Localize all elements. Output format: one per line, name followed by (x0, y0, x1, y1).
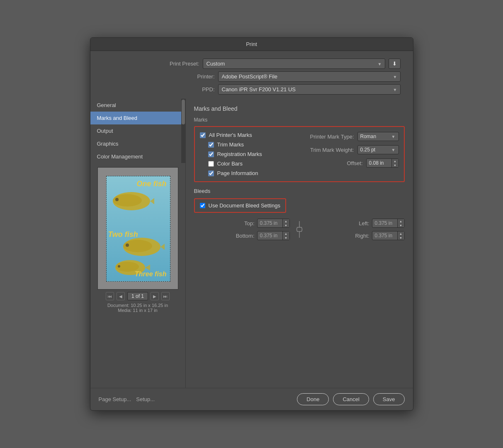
printer-mark-type-select-wrap: Roman J Mark Default ▼ (357, 132, 399, 141)
offset-label: Offset: (347, 160, 362, 166)
chain-link-svg (295, 219, 304, 240)
printer-mark-type-select[interactable]: Roman J Mark Default (357, 132, 399, 141)
sidebar: General Marks and Bleed Output Graphics … (90, 99, 186, 388)
registration-marks-checkbox[interactable] (208, 151, 214, 157)
svg-marker-5 (160, 241, 165, 253)
bleed-top-decrement-button[interactable]: ▼ (283, 223, 289, 227)
offset-input[interactable] (367, 159, 391, 167)
sidebar-item-marks-and-bleed[interactable]: Marks and Bleed (90, 112, 185, 124)
done-button[interactable]: Done (297, 393, 329, 405)
bleed-top-increment-button[interactable]: ▲ (283, 219, 289, 223)
bleed-right-decrement-button[interactable]: ▼ (398, 236, 404, 240)
sidebar-item-output[interactable]: Output (90, 124, 185, 137)
marks-right: Printer Mark Type: Roman J Mark Default … (308, 132, 399, 176)
bleed-bottom-row: Bottom: ▲ ▼ (194, 231, 290, 240)
trim-marks-row[interactable]: Trim Marks (208, 141, 295, 148)
bleed-top-spinners: ▲ ▼ (282, 219, 289, 227)
registration-marks-row[interactable]: Registration Marks (208, 151, 295, 157)
printer-row: Printer: Adobe PostScript® File ▼ (103, 71, 401, 82)
bleed-bottom-decrement-button[interactable]: ▼ (283, 236, 289, 240)
top-fields: Print Preset: Custom ▼ ⬇ Printer: Adobe … (90, 51, 413, 99)
sidebar-scrollbar[interactable] (181, 99, 185, 163)
bleed-left-increment-button[interactable]: ▲ (398, 219, 404, 223)
marks-and-bleed-section-title: Marks and Bleed (194, 105, 405, 112)
page-information-row[interactable]: Page Information (208, 170, 295, 176)
bleed-right-col: Left: ▲ ▼ Right: (309, 219, 405, 240)
setup-button[interactable]: Setup... (136, 396, 155, 402)
printer-mark-type-label: Printer Mark Type: (310, 134, 354, 140)
sidebar-item-graphics[interactable]: Graphics (90, 137, 185, 150)
bleed-top-wrap: ▲ ▼ (257, 219, 290, 228)
preview-inner: One fish Two fish (106, 176, 170, 282)
bleed-bottom-increment-button[interactable]: ▲ (283, 231, 289, 236)
offset-row: Offset: ▲ ▼ (308, 158, 399, 168)
page-nav-row: ⏮ ◀ ▶ ⏭ (97, 290, 179, 303)
registration-marks-label: Registration Marks (217, 151, 262, 157)
bleed-bottom-input[interactable] (258, 231, 282, 240)
offset-spinners: ▲ ▼ (391, 159, 399, 167)
title-text: Print (246, 41, 257, 47)
right-panel: Marks and Bleed Marks All Printer's Mark… (186, 99, 413, 388)
offset-decrement-button[interactable]: ▼ (392, 163, 399, 167)
page-number-input[interactable] (127, 292, 148, 300)
bleed-left-decrement-button[interactable]: ▼ (398, 223, 404, 227)
trim-mark-weight-select[interactable]: 0.25 pt 0.5 pt 1 pt (357, 145, 399, 154)
trim-mark-weight-row: Trim Mark Weight: 0.25 pt 0.5 pt 1 pt ▼ (308, 145, 399, 154)
save-preset-button[interactable]: ⬇ (389, 58, 401, 69)
fish-text-one: One fish (136, 180, 166, 188)
print-preset-select[interactable]: Custom (203, 58, 385, 69)
print-preset-label: Print Preset: (166, 61, 199, 67)
svg-point-3 (115, 198, 119, 201)
bleed-right-wrap: ▲ ▼ (372, 231, 405, 240)
last-page-button[interactable]: ⏭ (161, 292, 170, 300)
all-printers-marks-row[interactable]: All Printer's Marks (200, 132, 295, 138)
bleed-left-input[interactable] (372, 219, 397, 227)
bleed-top-row: Top: ▲ ▼ (194, 219, 290, 228)
trim-mark-weight-select-wrap: 0.25 pt 0.5 pt 1 pt ▼ (357, 145, 399, 154)
sidebar-item-general[interactable]: General (90, 99, 185, 112)
color-bars-row[interactable]: Color Bars (208, 161, 295, 167)
ppd-label: PPD: (182, 86, 215, 93)
bleed-right-input[interactable] (372, 231, 397, 240)
fish-text-three: Three fish (135, 270, 166, 278)
save-button[interactable]: Save (373, 393, 405, 405)
first-page-button[interactable]: ⏮ (106, 292, 114, 300)
page-information-checkbox[interactable] (208, 170, 214, 176)
print-preset-select-wrap: Custom ▼ (203, 58, 385, 69)
printer-select-wrap: Adobe PostScript® File ▼ (218, 71, 401, 82)
color-bars-checkbox[interactable] (208, 161, 214, 167)
bleed-left-row: Left: ▲ ▼ (309, 219, 405, 228)
main-content: General Marks and Bleed Output Graphics … (90, 99, 413, 388)
svg-point-11 (118, 265, 120, 268)
use-document-bleed-checkbox[interactable] (200, 203, 205, 208)
fish-1-svg (109, 189, 154, 214)
color-bars-label: Color Bars (217, 161, 243, 167)
use-document-bleed-label: Use Document Bleed Settings (209, 202, 280, 209)
trim-marks-checkbox[interactable] (208, 142, 214, 148)
bleed-top-input[interactable] (258, 219, 282, 227)
bottom-bar: Page Setup... Setup... Done Cancel Save (90, 388, 413, 410)
offset-increment-button[interactable]: ▲ (392, 159, 399, 163)
bleed-link-icon[interactable] (293, 219, 306, 240)
bleed-fields: Top: ▲ ▼ Bottom: (194, 219, 405, 240)
next-page-button[interactable]: ▶ (151, 292, 159, 300)
all-printers-marks-checkbox[interactable] (200, 132, 206, 138)
page-setup-button[interactable]: Page Setup... (99, 396, 131, 402)
printer-label: Printer: (182, 73, 215, 80)
dialog-title: Print (90, 38, 413, 51)
bleed-right-spinners: ▲ ▼ (397, 231, 404, 240)
prev-page-button[interactable]: ◀ (117, 292, 125, 300)
bottom-right: Done Cancel Save (297, 393, 404, 405)
cancel-button[interactable]: Cancel (333, 393, 369, 405)
svg-point-7 (126, 243, 129, 247)
sidebar-item-color-management[interactable]: Color Management (90, 150, 185, 163)
ppd-row: PPD: Canon iPR Svr F200 V1.21 US ▼ (103, 84, 401, 95)
printer-select[interactable]: Adobe PostScript® File (218, 71, 401, 82)
use-document-bleed-box[interactable]: Use Document Bleed Settings (194, 198, 286, 213)
all-printers-marks-label: All Printer's Marks (209, 132, 252, 138)
print-preset-row: Print Preset: Custom ▼ ⬇ (103, 58, 401, 69)
ppd-select[interactable]: Canon iPR Svr F200 V1.21 US (218, 84, 401, 95)
bleed-left-spinners: ▲ ▼ (397, 219, 404, 227)
bleed-right-increment-button[interactable]: ▲ (398, 231, 404, 236)
marks-box: All Printer's Marks Trim Marks Registrat… (194, 126, 405, 182)
